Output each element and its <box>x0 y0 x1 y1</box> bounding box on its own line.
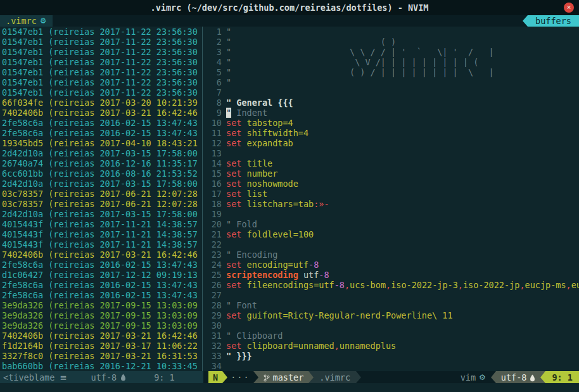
blame-line[interactable]: f1d2164b (reireias 2017-03-17 11:06:22 <box>2 341 200 351</box>
editor-line[interactable]: 15set number <box>205 168 579 179</box>
editor-line[interactable]: 29set guifont=Ricty-Regular-nerd-Powerli… <box>205 310 579 320</box>
statusline-spacer <box>361 371 455 383</box>
editor-line[interactable]: 10set tabstop=4 <box>205 118 579 128</box>
tab-vimrc[interactable]: .vimrc ⚙ <box>0 15 53 27</box>
editor-line[interactable]: 30 <box>205 320 579 331</box>
blame-line[interactable]: 01547eb1 (reireias 2017-11-22 23:56:30 <box>2 47 200 57</box>
blame-line[interactable]: 03c78357 (reireias 2017-06-21 12:07:28 <box>2 199 200 209</box>
blame-line[interactable]: 01547eb1 (reireias 2017-11-22 23:56:30 <box>2 67 200 77</box>
blame-line[interactable]: 2d42d10a (reireias 2017-03-15 17:58:00 <box>2 209 200 219</box>
current-file-name: .vimrc <box>314 371 356 383</box>
close-button[interactable]: × <box>564 3 574 13</box>
blame-line[interactable]: 6cc601bb (reireias 2016-08-16 21:53:52 <box>2 168 200 179</box>
editor-line[interactable]: 1" _ <box>205 27 579 37</box>
line-number: 29 <box>205 310 222 320</box>
blame-line[interactable]: 01547eb1 (reireias 2017-11-22 23:56:30 <box>2 77 200 87</box>
blame-line[interactable]: 26740a74 (reireias 2016-12-16 11:35:17 <box>2 158 200 168</box>
editor-line[interactable]: 32set clipboard=unnamed,unnamedplus <box>205 341 579 351</box>
editor-line[interactable]: 4" \ V /| | | | | | | | | (__ <box>205 57 579 67</box>
editor-line[interactable]: 2" __ _(_)_ __ ___ _ __ ___ <box>205 37 579 47</box>
code-token: title <box>241 158 272 168</box>
code-token: unnamedplus <box>340 341 396 351</box>
blame-line[interactable]: 2fe58c6a (reireias 2016-02-15 13:47:43 <box>2 118 200 128</box>
blame-line[interactable]: 3327f8c0 (reireias 2017-03-21 16:31:53 <box>2 351 200 361</box>
blame-pane[interactable]: 01547eb1 (reireias 2017-11-22 23:56:3001… <box>0 27 200 371</box>
editor-line[interactable]: 8" General {{{ <box>205 98 579 108</box>
code-text: " Encoding <box>226 250 579 260</box>
editor-line[interactable]: 28" Font <box>205 300 579 310</box>
window-separator[interactable] <box>200 27 205 371</box>
editor-line[interactable]: 19 <box>205 209 579 219</box>
code-token: shiftwidth=4 <box>241 128 309 138</box>
editor-line[interactable]: 7 <box>205 87 579 98</box>
editor-line[interactable]: 11set shiftwidth=4 <box>205 128 579 138</box>
editor-line[interactable]: 20" Fold <box>205 219 579 229</box>
editor-pane[interactable]: 1" _2" __ _(_)_ __ ___ _ __ ___3" \ \ / … <box>205 27 579 371</box>
line-number: 14 <box>205 158 222 168</box>
editor-line[interactable]: 24set encoding=utf-8 <box>205 260 579 270</box>
editor-line[interactable]: 5" (_)_/ |_|_| |_| |_|_| \___| <box>205 67 579 77</box>
blame-line[interactable]: 4015443f (reireias 2017-11-21 14:38:57 <box>2 219 200 229</box>
editor-line[interactable]: 23" Encoding <box>205 250 579 260</box>
editor-line[interactable]: 31" Clipboard <box>205 331 579 341</box>
blame-line[interactable]: 19345bd5 (reireias 2017-04-10 18:43:21 <box>2 138 200 148</box>
statusline-blame-window: <tiveblame ≡ utf-8 9: 1 <box>0 371 203 383</box>
editor-line[interactable]: 14set title <box>205 158 579 168</box>
gear-icon: ⚙ <box>479 374 486 381</box>
editor-line[interactable]: 34 <box>205 361 579 371</box>
blame-line[interactable]: 3e9da326 (reireias 2017-09-15 13:03:09 <box>2 300 200 310</box>
editor-line[interactable]: 9" Indent <box>205 108 579 118</box>
blame-line[interactable]: d1c06427 (reireias 2017-12-12 09:19:13 <box>2 270 200 280</box>
blame-line[interactable]: bab660bb (reireias 2016-12-21 10:33:45 <box>2 361 200 371</box>
blame-line[interactable]: 03c78357 (reireias 2017-06-21 12:07:28 <box>2 189 200 199</box>
line-number: 31 <box>205 331 222 341</box>
blame-line[interactable]: 2fe58c6a (reireias 2016-02-15 13:47:43 <box>2 260 200 270</box>
command-line[interactable] <box>0 383 579 392</box>
buffers-label: buffers <box>528 15 579 27</box>
code-text: " (_)_/ |_|_| |_| |_|_| \___| <box>226 67 579 77</box>
blame-line[interactable]: 3e9da326 (reireias 2017-09-15 13:03:09 <box>2 320 200 331</box>
editor-line[interactable]: 13 <box>205 148 579 158</box>
blame-line[interactable]: 7402406b (reireias 2017-03-21 16:42:46 <box>2 108 200 118</box>
editor-line[interactable]: 26set fileencodings=utf-8,ucs-bom,iso-20… <box>205 280 579 290</box>
blame-line[interactable]: 2d42d10a (reireias 2017-03-15 17:58:00 <box>2 148 200 158</box>
blame-line[interactable]: 4015443f (reireias 2017-11-21 14:38:57 <box>2 239 200 250</box>
blame-line[interactable]: 01547eb1 (reireias 2017-11-22 23:56:30 <box>2 57 200 67</box>
editor-line[interactable]: 21set foldlevel=100 <box>205 229 579 239</box>
editor-line[interactable]: 25scriptencoding utf-8 <box>205 270 579 280</box>
editor-line[interactable]: 18set listchars=tab:»- <box>205 199 579 209</box>
editor-line[interactable]: 17set list <box>205 189 579 199</box>
code-token: encoding=utf <box>241 260 309 270</box>
line-number: 21 <box>205 229 222 239</box>
blame-line[interactable]: 2fe58c6a (reireias 2016-02-15 13:47:43 <box>2 290 200 300</box>
blame-line[interactable]: 4015443f (reireias 2017-11-21 14:38:57 <box>2 229 200 239</box>
blame-line[interactable]: 2fe58c6a (reireias 2016-02-15 13:47:43 <box>2 280 200 290</box>
editor-line[interactable]: 22 <box>205 239 579 250</box>
blame-line[interactable]: 3e9da326 (reireias 2017-09-15 13:03:09 <box>2 310 200 320</box>
editor-line[interactable]: 16set noshowmode <box>205 179 579 189</box>
tabline: .vimrc ⚙ buffers <box>0 15 579 27</box>
branch-icon <box>264 372 270 383</box>
blame-line[interactable]: 01547eb1 (reireias 2017-11-22 23:56:30 <box>2 87 200 98</box>
blame-line[interactable]: 2fe58c6a (reireias 2016-02-15 13:47:43 <box>2 128 200 138</box>
code-token: " Font <box>226 300 257 310</box>
editor-line[interactable]: 33" }}} <box>205 351 579 361</box>
editor-line[interactable]: 27 <box>205 290 579 300</box>
code-token: , <box>334 341 340 351</box>
line-number: 25 <box>205 270 222 280</box>
blame-line[interactable]: 2d42d10a (reireias 2017-03-15 17:58:00 <box>2 179 200 189</box>
editor-line[interactable]: 12set expandtab <box>205 138 579 148</box>
code-token: " }}} <box>226 351 252 361</box>
blame-line[interactable]: 7402406b (reireias 2017-03-21 16:42:46 <box>2 250 200 260</box>
blame-line[interactable]: 01547eb1 (reireias 2017-11-22 23:56:30 <box>2 37 200 47</box>
editor-line[interactable]: 3" \ \ / / | '_ ` _ \| '__/ __| <box>205 47 579 57</box>
code-token: " General {{{ <box>226 98 293 108</box>
blame-line[interactable]: 66f034fe (reireias 2017-03-20 10:21:39 <box>2 98 200 108</box>
editor-line[interactable]: 6" <box>205 77 579 87</box>
cursor: " <box>226 108 231 118</box>
blame-line[interactable]: 7402406b (reireias 2017-03-21 16:42:46 <box>2 331 200 341</box>
line-number: 20 <box>205 219 222 229</box>
code-token: Indent <box>231 108 267 118</box>
code-text: set listchars=tab:»- <box>226 199 579 209</box>
blame-line[interactable]: 01547eb1 (reireias 2017-11-22 23:56:30 <box>2 27 200 37</box>
